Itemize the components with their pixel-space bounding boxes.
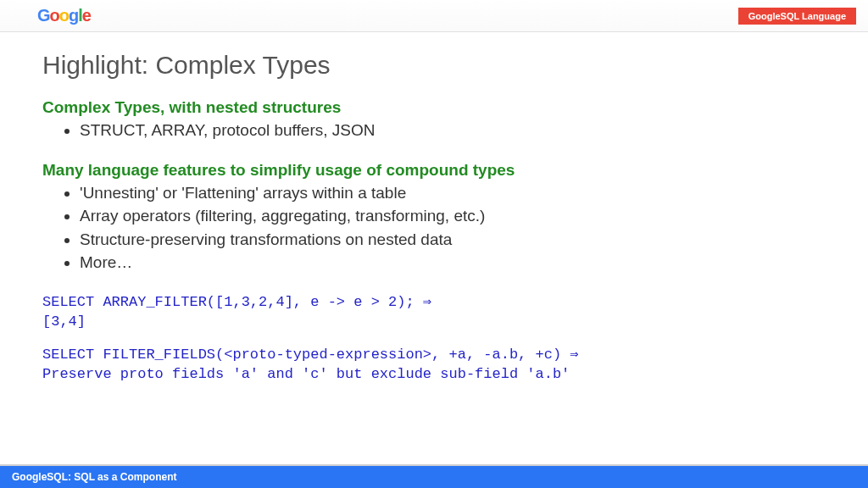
logo-letter: e [82,6,91,25]
slide-header: Google GoogleSQL Language [0,0,868,32]
list-item: Array operators (filtering, aggregating,… [80,204,826,228]
list-item: 'Unnesting' or 'Flattening' arrays withi… [80,181,826,205]
list-item: STRUCT, ARRAY, protocol buffers, JSON [80,119,826,142]
logo-letter: o [50,6,59,25]
slide-footer: GoogleSQL: SQL as a Component [0,464,868,488]
section-2-list: 'Unnesting' or 'Flattening' arrays withi… [80,181,826,274]
language-badge: GoogleSQL Language [738,8,856,25]
section-heading-2: Many language features to simplify usage… [42,161,826,180]
logo-letter: G [37,6,50,25]
logo-letter: o [59,6,69,25]
list-item: More… [80,251,826,274]
section-1-list: STRUCT, ARRAY, protocol buffers, JSON [80,119,826,142]
slide-title: Highlight: Complex Types [42,51,826,80]
logo-letter: g [69,6,78,25]
code-example-2: SELECT FILTER_FIELDS(<proto-typed-expres… [42,346,826,385]
section-heading-1: Complex Types, with nested structures [42,98,826,117]
code-example-1: SELECT ARRAY_FILTER([1,3,2,4], e -> e > … [42,293,826,332]
slide-content: Highlight: Complex Types Complex Types, … [0,32,868,384]
list-item: Structure-preserving transformations on … [80,228,826,252]
google-logo: Google [37,6,91,25]
